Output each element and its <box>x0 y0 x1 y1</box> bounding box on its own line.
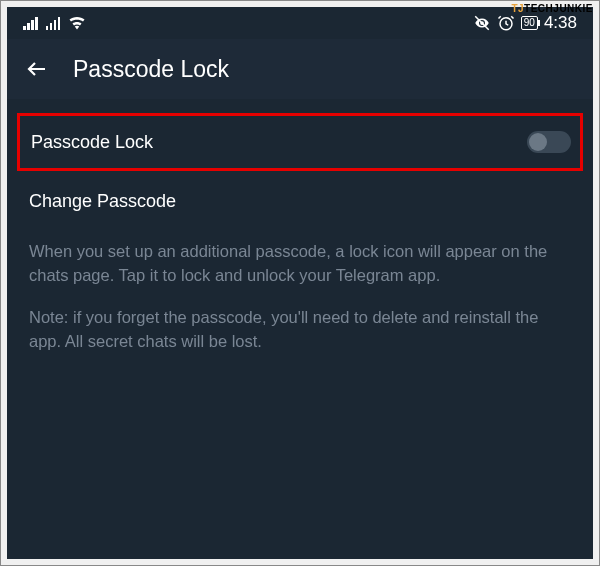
screenshot-frame: TJTECHJUNKIE <box>0 0 600 566</box>
change-passcode-label: Change Passcode <box>29 191 176 212</box>
passcode-lock-row[interactable]: Passcode Lock <box>17 113 583 171</box>
description-text: When you set up an additional passcode, … <box>7 230 593 382</box>
description-p1: When you set up an additional passcode, … <box>29 240 571 288</box>
battery-level: 90 <box>524 17 535 28</box>
arrow-left-icon <box>25 57 49 81</box>
phone-screen: 90 4:38 Passcode Lock Passcode Lock Chan… <box>7 7 593 559</box>
clock: 4:38 <box>544 13 577 33</box>
wifi-icon <box>68 16 86 30</box>
signal-icon-2 <box>46 16 61 30</box>
change-passcode-row[interactable]: Change Passcode <box>7 173 593 230</box>
back-button[interactable] <box>25 57 49 81</box>
status-bar: 90 4:38 <box>7 7 593 39</box>
status-right: 90 4:38 <box>473 13 577 33</box>
watermark: TJTECHJUNKIE <box>511 3 593 14</box>
visibility-icon <box>473 14 491 32</box>
status-left <box>23 16 86 30</box>
settings-content: Passcode Lock Change Passcode When you s… <box>7 99 593 382</box>
battery-icon: 90 <box>521 16 538 30</box>
signal-icon-1 <box>23 16 38 30</box>
passcode-lock-label: Passcode Lock <box>31 132 153 153</box>
app-header: Passcode Lock <box>7 39 593 99</box>
watermark-text: TECHJUNKIE <box>524 3 593 14</box>
passcode-lock-toggle[interactable] <box>527 131 571 153</box>
alarm-icon <box>497 14 515 32</box>
watermark-logo: TJ <box>511 3 524 14</box>
description-p2: Note: if you forget the passcode, you'll… <box>29 306 571 354</box>
toggle-knob <box>529 133 547 151</box>
page-title: Passcode Lock <box>73 56 229 83</box>
